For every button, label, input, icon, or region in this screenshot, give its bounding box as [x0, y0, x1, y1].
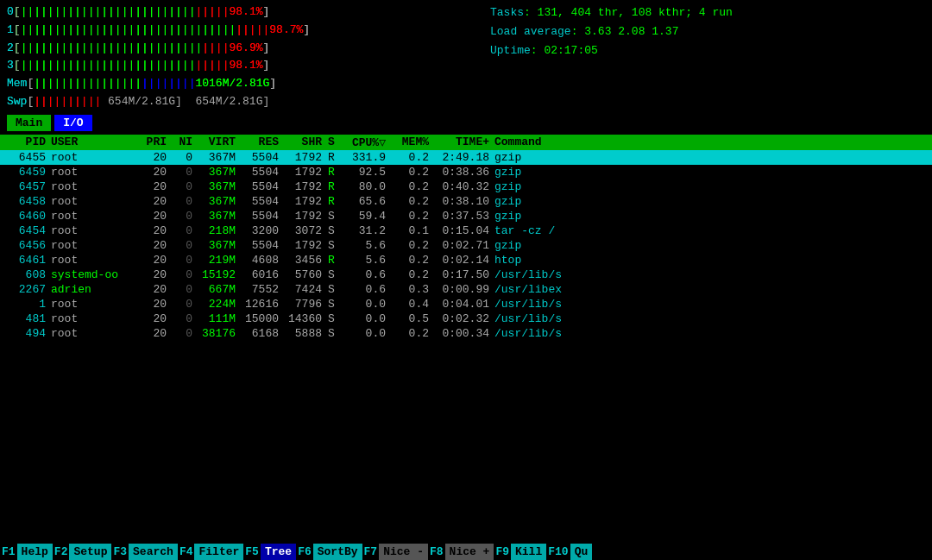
cell-shr: 3456 — [284, 254, 327, 267]
cell-s: R — [327, 254, 339, 267]
function-key-f1[interactable]: F1Help — [0, 544, 53, 560]
table-row[interactable]: 6459 root 20 0 367M 5504 1792 R 92.5 0.2… — [0, 165, 932, 179]
cell-time: 0:04.01 — [434, 298, 494, 311]
cell-time: 0:02.71 — [434, 239, 494, 252]
cell-virt: 218M — [198, 224, 241, 237]
cell-ni: 0 — [172, 239, 198, 252]
table-row[interactable]: 6457 root 20 0 367M 5504 1792 R 80.0 0.2… — [0, 179, 932, 194]
key-label: Setup — [69, 544, 111, 560]
table-row[interactable]: 494 root 20 0 38176 6168 5888 S 0.0 0.2 … — [0, 326, 932, 341]
cell-pri: 20 — [137, 239, 172, 252]
key-label: Help — [17, 544, 53, 560]
table-row[interactable]: 608 systemd-oo 20 0 15192 6016 5760 S 0.… — [0, 267, 932, 282]
key-number: F5 — [243, 544, 261, 560]
uptime-line: Uptime: 02:17:05 — [490, 41, 925, 60]
table-row[interactable]: 1 root 20 0 224M 12616 7796 S 0.0 0.4 0:… — [0, 297, 932, 311]
cell-s: S — [327, 224, 339, 237]
function-key-f6[interactable]: F6SortBy — [296, 544, 362, 560]
cell-res: 4608 — [241, 254, 284, 267]
cell-mem: 0.2 — [391, 327, 434, 340]
cell-cmd: /usr/lib/s — [494, 298, 929, 311]
cell-pid: 6461 — [3, 254, 51, 267]
cpu-bar-3: 3[|||||||||||||||||||||||||||||||98.1%] — [7, 57, 473, 75]
header-ni: NI — [172, 135, 198, 149]
tab-main[interactable]: Main — [7, 115, 51, 131]
table-header: PID USER PRI NI VIRT RES SHR S CPU%▽ MEM… — [0, 135, 932, 150]
cell-cpu: 92.5 — [339, 166, 391, 179]
key-number: F8 — [428, 544, 445, 560]
cell-ni: 0 — [172, 210, 198, 223]
cell-mem: 0.1 — [391, 224, 434, 237]
cell-ni: 0 — [172, 254, 198, 267]
cell-pid: 6457 — [3, 180, 51, 193]
cell-user: root — [51, 327, 137, 340]
cell-mem: 0.2 — [391, 254, 434, 267]
cell-res: 6168 — [241, 327, 284, 340]
table-row[interactable]: 6460 root 20 0 367M 5504 1792 S 59.4 0.2… — [0, 209, 932, 223]
cell-pid: 6455 — [3, 151, 51, 164]
cell-shr: 5888 — [284, 327, 327, 340]
table-row[interactable]: 6456 root 20 0 367M 5504 1792 S 5.6 0.2 … — [0, 238, 932, 253]
table-row[interactable]: 481 root 20 0 111M 15000 14360 S 0.0 0.5… — [0, 311, 932, 326]
header-mem: MEM% — [391, 135, 434, 149]
cell-pri: 20 — [137, 312, 172, 325]
cell-mem: 0.2 — [391, 180, 434, 193]
function-key-f8[interactable]: F8Nice + — [428, 544, 494, 560]
key-number: F7 — [362, 544, 380, 560]
cell-shr: 1792 — [284, 210, 327, 223]
cell-shr: 7796 — [284, 298, 327, 311]
cell-pid: 6459 — [3, 166, 51, 179]
cell-shr: 1792 — [284, 239, 327, 252]
function-key-f4[interactable]: F4Filter — [178, 544, 243, 560]
cell-pri: 20 — [137, 298, 172, 311]
function-key-f10[interactable]: F10Qu — [546, 544, 592, 560]
cell-virt: 367M — [198, 180, 241, 193]
header-user: USER — [51, 135, 137, 149]
table-row[interactable]: 2267 adrien 20 0 667M 7552 7424 S 0.6 0.… — [0, 282, 932, 297]
cell-shr: 1792 — [284, 195, 327, 208]
function-key-f5[interactable]: F5Tree — [243, 544, 296, 560]
function-key-f3[interactable]: F3Search — [111, 544, 177, 560]
cell-cmd: htop — [494, 254, 929, 267]
cell-user: root — [51, 166, 137, 179]
cell-s: S — [327, 210, 339, 223]
header-pri: PRI — [137, 135, 172, 149]
cell-virt: 367M — [198, 151, 241, 164]
table-row[interactable]: 6461 root 20 0 219M 4608 3456 R 5.6 0.2 … — [0, 253, 932, 267]
tasks-line: Tasks: 131, 404 thr, 108 kthr; 4 run — [490, 3, 925, 22]
table-row[interactable]: 6455 root 20 0 367M 5504 1792 R 331.9 0.… — [0, 150, 932, 165]
key-label: Tree — [261, 544, 296, 560]
cell-s: R — [327, 180, 339, 193]
cell-res: 5504 — [241, 195, 284, 208]
cell-pid: 6458 — [3, 195, 51, 208]
cell-s: S — [327, 239, 339, 252]
cell-pri: 20 — [137, 268, 172, 281]
table-row[interactable]: 6454 root 20 0 218M 3200 3072 S 31.2 0.1… — [0, 223, 932, 238]
function-key-f7[interactable]: F7Nice - — [362, 544, 428, 560]
swp-bar-line: Swp[|||||||||| 654M/2.81G] — [7, 93, 473, 111]
header-s: S — [327, 135, 339, 149]
cell-ni: 0 — [172, 180, 198, 193]
cell-time: 0:38.10 — [434, 195, 494, 208]
function-key-f9[interactable]: F9Kill — [494, 544, 546, 560]
cell-time: 0:02.32 — [434, 312, 494, 325]
cell-res: 6016 — [241, 268, 284, 281]
cell-cpu: 0.6 — [339, 283, 391, 296]
cell-res: 5504 — [241, 239, 284, 252]
key-number: F9 — [494, 544, 511, 560]
cell-shr: 5760 — [284, 268, 327, 281]
cell-virt: 224M — [198, 298, 241, 311]
cell-s: R — [327, 166, 339, 179]
cell-res: 15000 — [241, 312, 284, 325]
key-number: F2 — [53, 544, 70, 560]
cell-pri: 20 — [137, 254, 172, 267]
tab-io[interactable]: I/O — [54, 115, 91, 131]
cell-cpu: 31.2 — [339, 224, 391, 237]
bottom-function-bar: F1HelpF2SetupF3SearchF4FilterF5TreeF6Sor… — [0, 544, 932, 560]
function-key-f2[interactable]: F2Setup — [53, 544, 112, 560]
cell-cmd: /usr/libex — [494, 283, 929, 296]
table-row[interactable]: 6458 root 20 0 367M 5504 1792 R 65.6 0.2… — [0, 194, 932, 209]
cell-ni: 0 — [172, 327, 198, 340]
cell-s: S — [327, 283, 339, 296]
header-time: TIME+ — [434, 135, 494, 149]
